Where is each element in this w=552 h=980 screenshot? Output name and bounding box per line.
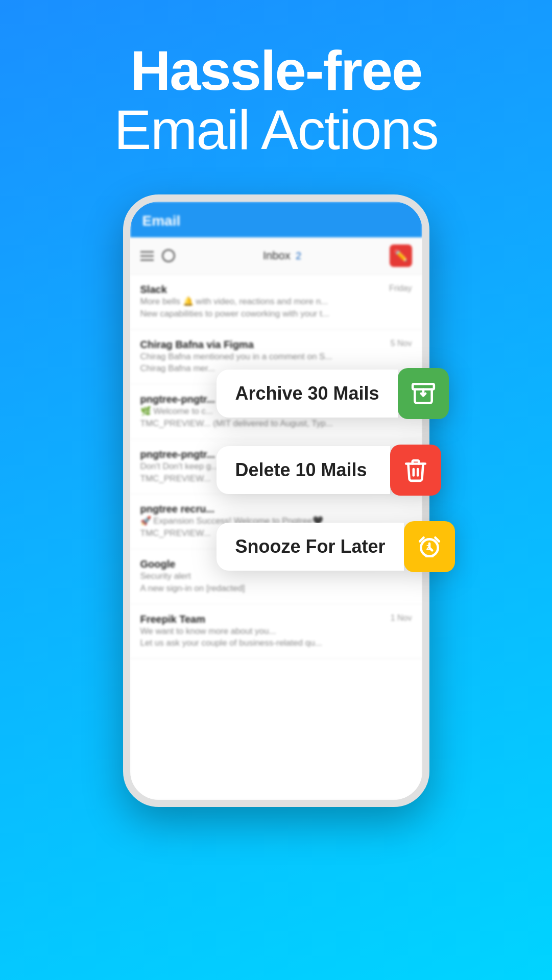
- headline-light: Email Actions: [114, 100, 438, 159]
- email-preview: Security alertA new sign-in on [redacted…: [140, 570, 412, 595]
- svg-text:Z: Z: [426, 544, 430, 551]
- snooze-action-card[interactable]: Snooze For Later Z: [217, 521, 454, 572]
- compose-button[interactable]: ✏️: [390, 244, 412, 267]
- email-sender: Slack: [140, 284, 167, 295]
- snooze-icon-box: Z: [404, 521, 455, 572]
- email-sender: pngtree-pngtr...: [140, 449, 215, 460]
- email-item-freepik: Freepik Team 1 Nov We want to know more …: [130, 604, 422, 659]
- email-sender: Chirag Bafna via Figma: [140, 339, 254, 350]
- compose-icon: ✏️: [394, 249, 407, 262]
- snooze-label-box: Snooze For Later: [217, 523, 403, 571]
- email-date: Friday: [389, 284, 412, 293]
- phone-app-header: Email: [130, 202, 422, 237]
- email-sender: pngtree recru...: [140, 503, 215, 514]
- email-preview: We want to know more about you...Let us …: [140, 625, 412, 650]
- email-date: 5 Nov: [391, 339, 412, 348]
- trash-icon: [403, 457, 428, 483]
- headline-bold: Hassle-free: [114, 41, 438, 100]
- delete-action-card[interactable]: Delete 10 Mails: [217, 445, 454, 496]
- archive-icon-box: [398, 368, 449, 419]
- email-sender: pngtree-pngtr...: [140, 394, 215, 405]
- archive-label-box: Archive 30 Mails: [217, 370, 397, 418]
- email-sender: Freepik Team: [140, 614, 205, 625]
- phone-wrapper: Email Inbox 2 ✏️ Slack Frida: [103, 194, 450, 858]
- phone-toolbar: Inbox 2 ✏️: [130, 237, 422, 275]
- actions-overlay: Archive 30 Mails Delete 10 Mails: [217, 368, 454, 572]
- email-preview: More bells 🔔 with video, reactions and m…: [140, 296, 412, 320]
- archive-icon: [411, 381, 436, 406]
- search-icon: [162, 249, 175, 262]
- email-sender: Google: [140, 558, 176, 570]
- header-section: Hassle-free Email Actions: [114, 0, 438, 179]
- email-date: 1 Nov: [391, 614, 412, 623]
- archive-label: Archive 30 Mails: [235, 383, 379, 404]
- delete-label: Delete 10 Mails: [235, 459, 367, 480]
- phone-app-title: Email: [142, 213, 410, 229]
- inbox-label: Inbox 2: [183, 249, 381, 262]
- alarm-icon: Z: [417, 534, 442, 559]
- delete-label-box: Delete 10 Mails: [217, 446, 390, 494]
- email-item-slack: Slack Friday More bells 🔔 with video, re…: [130, 275, 422, 330]
- delete-icon-box: [390, 445, 441, 496]
- menu-icon: [140, 255, 154, 257]
- snooze-label: Snooze For Later: [235, 536, 385, 557]
- archive-action-card[interactable]: Archive 30 Mails: [217, 368, 454, 419]
